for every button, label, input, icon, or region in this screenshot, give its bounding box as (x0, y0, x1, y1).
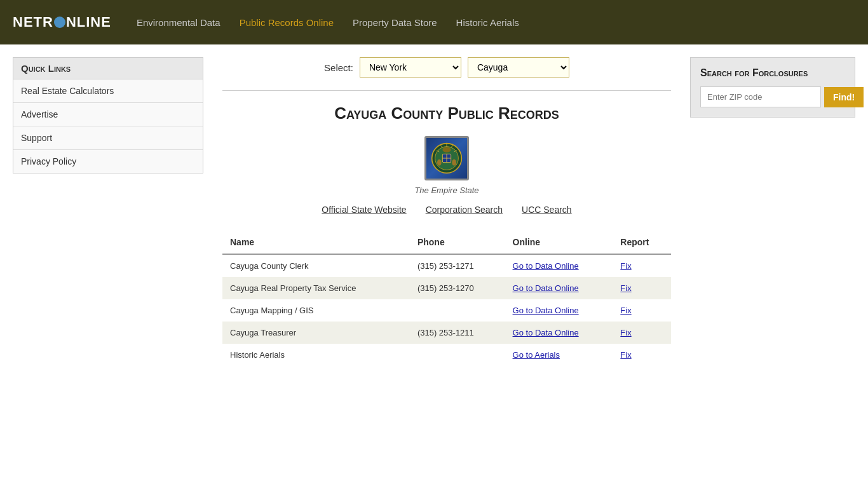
fix-link[interactable]: Fix (620, 328, 631, 337)
state-seal-area: NY The Empire State (222, 136, 671, 195)
svg-point-7 (442, 147, 451, 152)
table-row: Historic Aerials Go to Aerials Fix (222, 344, 671, 366)
fix-link[interactable]: Fix (620, 261, 631, 271)
sidebar-item-privacy[interactable]: Privacy Policy (13, 150, 203, 173)
row-phone: (315) 253-1211 (410, 322, 505, 344)
online-link[interactable]: Go to Aerials (513, 350, 560, 360)
main-content: Select: New YorkCaliforniaTexasFloridaIl… (216, 57, 677, 475)
table-row: Cayuga County Clerk (315) 253-1271 Go to… (222, 254, 671, 277)
nav-property-data[interactable]: Property Data Store (353, 14, 437, 31)
row-report[interactable]: Fix (613, 322, 671, 344)
foreclosure-form: Find! (700, 86, 845, 107)
fix-link[interactable]: Fix (620, 350, 631, 360)
quick-links-section: Quick Links Real Estate Calculators Adve… (13, 57, 203, 173)
svg-point-13 (452, 159, 456, 166)
main-nav: Environmental Data Public Records Online… (137, 14, 519, 31)
site-header: NETRNLINE Environmental Data Public Reco… (0, 0, 868, 44)
table-row: Cayuga Mapping / GIS Go to Data Online F… (222, 299, 671, 322)
globe-icon (54, 17, 65, 28)
foreclosure-title: Search for Forclosures (700, 67, 845, 79)
row-online[interactable]: Go to Aerials (505, 344, 613, 366)
online-link[interactable]: Go to Data Online (513, 328, 579, 337)
row-online[interactable]: Go to Data Online (505, 254, 613, 277)
row-phone: (315) 253-1271 (410, 254, 505, 277)
row-name: Historic Aerials (222, 344, 410, 366)
state-caption: The Empire State (222, 186, 671, 195)
select-bar: Select: New YorkCaliforniaTexasFloridaIl… (222, 57, 671, 78)
table-row: Cayuga Treasurer (315) 253-1211 Go to Da… (222, 322, 671, 344)
col-phone: Phone (410, 231, 505, 254)
row-name: Cayuga County Clerk (222, 254, 410, 277)
fix-link[interactable]: Fix (620, 283, 631, 293)
row-online[interactable]: Go to Data Online (505, 322, 613, 344)
state-seal-inner: NY (426, 138, 467, 179)
row-phone: (315) 253-1270 (410, 277, 505, 299)
row-report[interactable]: Fix (613, 299, 671, 322)
zip-input[interactable] (700, 86, 821, 107)
state-seal: NY (424, 136, 469, 180)
row-online[interactable]: Go to Data Online (505, 277, 613, 299)
online-link[interactable]: Go to Data Online (513, 261, 579, 271)
site-logo[interactable]: NETRNLINE (13, 14, 111, 30)
table-body: Cayuga County Clerk (315) 253-1271 Go to… (222, 254, 671, 366)
county-title: Cayuga County Public Records (222, 104, 671, 123)
row-phone (410, 344, 505, 366)
foreclosure-box: Search for Forclosures Find! (690, 57, 855, 118)
content-area: Cayuga County Public Records (222, 90, 671, 366)
sidebar: Quick Links Real Estate Calculators Adve… (13, 57, 203, 475)
ucc-search-link[interactable]: UCC Search (522, 205, 572, 215)
state-select[interactable]: New YorkCaliforniaTexasFloridaIllinois (360, 57, 461, 78)
nav-public-records[interactable]: Public Records Online (240, 14, 334, 31)
page-body: Quick Links Real Estate Calculators Adve… (0, 44, 868, 488)
find-button[interactable]: Find! (824, 87, 864, 107)
online-link[interactable]: Go to Data Online (513, 283, 579, 293)
records-table: Name Phone Online Report Cayuga County C… (222, 231, 671, 366)
quick-links-title: Quick Links (13, 58, 203, 79)
col-name: Name (222, 231, 410, 254)
nav-env-data[interactable]: Environmental Data (137, 14, 220, 31)
row-name: Cayuga Real Property Tax Service (222, 277, 410, 299)
select-label: Select: (324, 62, 353, 73)
row-name: Cayuga Mapping / GIS (222, 299, 410, 322)
online-link[interactable]: Go to Data Online (513, 306, 579, 315)
col-online: Online (505, 231, 613, 254)
row-online[interactable]: Go to Data Online (505, 299, 613, 322)
county-select[interactable]: CayugaAlbanyBronxErieMonroeNassauOnondag… (468, 57, 569, 78)
sidebar-item-support[interactable]: Support (13, 126, 203, 150)
seal-svg: NY (431, 142, 463, 174)
links-row: Official State Website Corporation Searc… (222, 205, 671, 215)
right-panel: Search for Forclosures Find! (690, 57, 855, 475)
fix-link[interactable]: Fix (620, 306, 631, 315)
sidebar-item-advertise[interactable]: Advertise (13, 103, 203, 126)
corporation-search-link[interactable]: Corporation Search (426, 205, 503, 215)
row-name: Cayuga Treasurer (222, 322, 410, 344)
svg-point-12 (437, 159, 442, 166)
official-state-link[interactable]: Official State Website (322, 205, 406, 215)
row-report[interactable]: Fix (613, 254, 671, 277)
row-report[interactable]: Fix (613, 277, 671, 299)
table-row: Cayuga Real Property Tax Service (315) 2… (222, 277, 671, 299)
table-header: Name Phone Online Report (222, 231, 671, 254)
row-report[interactable]: Fix (613, 344, 671, 366)
nav-historic-aerials[interactable]: Historic Aerials (456, 14, 519, 31)
sidebar-item-real-estate[interactable]: Real Estate Calculators (13, 79, 203, 103)
row-phone (410, 299, 505, 322)
col-report: Report (613, 231, 671, 254)
